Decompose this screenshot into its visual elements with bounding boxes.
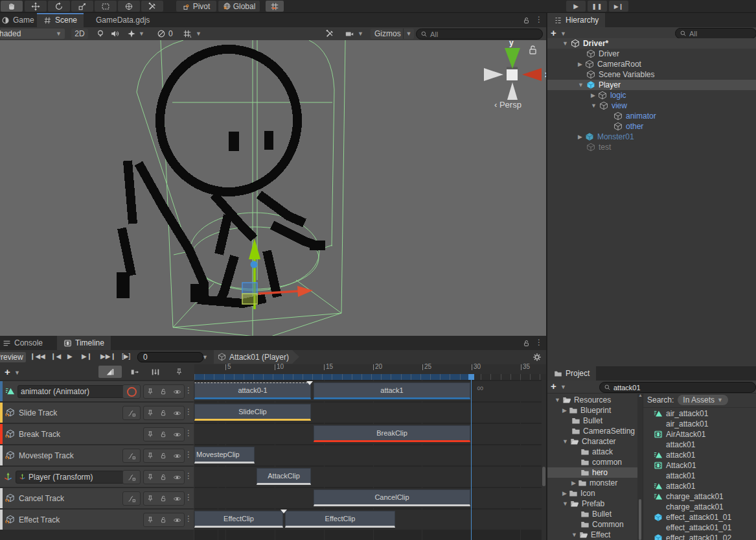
next-frame-button[interactable]: ▶❙ bbox=[82, 353, 92, 360]
scrollbar-thumb[interactable] bbox=[542, 467, 545, 486]
hierarchy-item-monster01[interactable]: ▶ Monster01 bbox=[547, 132, 756, 142]
marker-toggle-button[interactable] bbox=[170, 366, 188, 378]
tab-timeline[interactable]: Timeline bbox=[57, 336, 111, 350]
track-menu-kebab[interactable]: ⋮ bbox=[185, 493, 192, 502]
result-row[interactable]: AirAttack01 bbox=[643, 429, 756, 440]
track-menu-kebab[interactable]: ⋮ bbox=[185, 386, 192, 395]
folder-attack[interactable]: attack bbox=[547, 447, 637, 457]
gizmos-chevron[interactable]: ▼ bbox=[403, 29, 414, 39]
grid-visibility-icon[interactable] bbox=[183, 29, 192, 38]
foldout-icon[interactable]: ▶ bbox=[591, 92, 595, 99]
play-timeline-button[interactable]: ▶ bbox=[67, 353, 73, 360]
scroll-up-icon[interactable]: ▲ bbox=[638, 393, 643, 397]
eye-icon[interactable] bbox=[173, 516, 181, 524]
clip-break[interactable]: BreakClip bbox=[314, 425, 470, 442]
clip-movestep[interactable]: MovestepClip bbox=[194, 447, 255, 464]
pin-icon[interactable] bbox=[146, 473, 154, 481]
clip-marker-icon[interactable] bbox=[306, 381, 313, 385]
eye-icon[interactable] bbox=[173, 388, 181, 396]
result-row[interactable]: attack01 bbox=[643, 450, 756, 460]
clip-attack0-1[interactable]: attack0-1 bbox=[194, 382, 311, 399]
custom-tool-button[interactable] bbox=[141, 1, 163, 12]
scene-camera-icon[interactable] bbox=[345, 29, 354, 38]
hierarchy-item-cameraroot[interactable]: ▶ CameraRoot bbox=[547, 59, 756, 69]
eye-icon[interactable] bbox=[173, 452, 181, 460]
hierarchy-add-button[interactable]: + bbox=[551, 27, 556, 38]
clip-attackclip[interactable]: AttackClip bbox=[257, 468, 311, 485]
track-movestep[interactable]: Movestep Track ⋮ bbox=[0, 445, 194, 465]
hierarchy-item-logic[interactable]: ▶ logic bbox=[547, 90, 756, 100]
shading-dropdown[interactable]: Shaded ▼ bbox=[0, 29, 65, 39]
search-scope-dropdown[interactable]: In Assets ▼ bbox=[678, 395, 728, 405]
timeline-breadcrumb[interactable]: Attack01 (Player) bbox=[214, 350, 299, 364]
track-menu-kebab[interactable]: ⋮ bbox=[185, 428, 192, 438]
playhead-marker[interactable] bbox=[468, 374, 474, 380]
result-row[interactable]: Attack01 bbox=[643, 460, 756, 471]
play-button[interactable]: ▶ bbox=[566, 1, 586, 12]
prev-frame-button[interactable]: ❙◀ bbox=[51, 353, 61, 360]
folder-camerasetting[interactable]: CameraSetting bbox=[547, 426, 637, 436]
folder-bullet[interactable]: Bullet bbox=[547, 416, 637, 426]
timeline-ruler[interactable]: 5 10 15 20 25 30 35 bbox=[194, 364, 546, 380]
result-row[interactable]: attack01 bbox=[643, 440, 756, 450]
track-effect[interactable]: Effect Track ⋮ bbox=[0, 510, 194, 530]
grid-snap-toggle[interactable] bbox=[266, 1, 284, 12]
step-button[interactable]: ▶❙ bbox=[609, 1, 628, 12]
folder-icon-dir[interactable]: ▶Icon bbox=[547, 488, 637, 499]
hierarchy-item-scene-variables[interactable]: Scene Variables bbox=[547, 69, 756, 80]
track-menu-kebab[interactable]: ⋮ bbox=[185, 471, 192, 480]
scale-tool-button[interactable] bbox=[71, 1, 93, 12]
tab-console[interactable]: Console bbox=[0, 336, 49, 350]
play-range-button[interactable]: [▶] bbox=[122, 353, 130, 360]
result-row[interactable]: attack01 bbox=[643, 481, 756, 491]
pin-icon[interactable] bbox=[146, 516, 154, 524]
result-row[interactable]: effect_attack01_02 bbox=[643, 533, 756, 540]
effects-toggle-icon[interactable] bbox=[127, 29, 136, 38]
player-object-field[interactable]: Player (Transform) bbox=[16, 471, 136, 484]
foldout-icon[interactable]: ▼ bbox=[562, 40, 568, 47]
scene-lock-icon[interactable] bbox=[522, 16, 531, 25]
timeline-vscrollbar[interactable] bbox=[542, 380, 546, 540]
folder-prefab[interactable]: ▼Prefab bbox=[547, 499, 637, 509]
foldout-icon[interactable]: ▶ bbox=[578, 134, 582, 140]
track-menu-kebab[interactable]: ⋮ bbox=[185, 450, 192, 459]
pin-icon[interactable] bbox=[146, 388, 154, 395]
clip-effect-1[interactable]: EffectClip bbox=[194, 511, 283, 528]
record-button[interactable] bbox=[122, 384, 141, 399]
frame-field[interactable]: 0 bbox=[137, 352, 203, 362]
transform-tool-button[interactable] bbox=[118, 1, 140, 12]
folder-blueprint[interactable]: ▶Blueprint bbox=[547, 405, 637, 416]
tab-game[interactable]: Game bbox=[0, 13, 41, 27]
result-row[interactable]: air_attack01 bbox=[643, 408, 756, 419]
pin-icon[interactable] bbox=[146, 409, 154, 417]
eye-icon[interactable] bbox=[173, 495, 181, 503]
track-menu-kebab[interactable]: ⋮ bbox=[185, 514, 192, 523]
clip-slide[interactable]: SlideClip bbox=[194, 404, 311, 421]
eye-icon[interactable] bbox=[173, 473, 181, 482]
pin-icon[interactable] bbox=[146, 495, 154, 502]
frame-dropdown-chevron[interactable]: ▼ bbox=[202, 354, 208, 360]
lock-icon[interactable] bbox=[159, 516, 167, 524]
project-tree-scrollbar[interactable]: ▲ bbox=[637, 393, 643, 540]
result-row[interactable]: charge_attack01 bbox=[643, 491, 756, 502]
hierarchy-item-test[interactable]: test bbox=[547, 142, 756, 152]
lock-icon[interactable] bbox=[159, 452, 167, 460]
eye-icon[interactable] bbox=[173, 409, 181, 417]
result-row[interactable]: effect_attack01_01 bbox=[643, 512, 756, 522]
pin-icon[interactable] bbox=[146, 452, 154, 460]
project-search-input[interactable]: attack01 bbox=[599, 382, 756, 393]
scrollbar-thumb[interactable] bbox=[639, 499, 641, 540]
eye-icon[interactable] bbox=[173, 430, 181, 439]
foldout-icon[interactable]: ▼ bbox=[578, 82, 584, 88]
hierarchy-item-animator[interactable]: animator bbox=[547, 111, 756, 121]
track-cancel[interactable]: Cancel Track ⋮ bbox=[0, 488, 194, 508]
tab-project[interactable]: Project bbox=[547, 366, 596, 381]
track-slide[interactable]: Slide Track ⋮ bbox=[0, 403, 194, 423]
playhead-line[interactable] bbox=[471, 380, 472, 540]
lighting-toggle-icon[interactable] bbox=[96, 29, 105, 38]
lock-icon[interactable] bbox=[159, 388, 167, 395]
hierarchy-add-chevron[interactable]: ▼ bbox=[560, 30, 566, 37]
timeline-clips-area[interactable]: attack0-1 attack1 ∞ SlideClip BreakClip … bbox=[194, 380, 546, 540]
folder-hero[interactable]: hero bbox=[547, 467, 637, 478]
track-player-transform[interactable]: Player (Transform) ⋮ bbox=[0, 467, 194, 487]
